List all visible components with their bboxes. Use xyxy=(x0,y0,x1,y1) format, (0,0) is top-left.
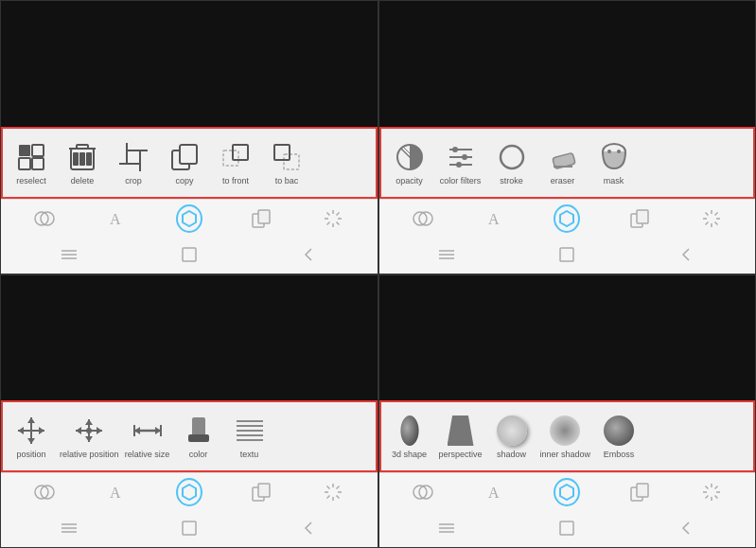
bottom-row2-br xyxy=(379,511,756,547)
tool-emboss[interactable]: Emboss xyxy=(594,410,643,463)
copy-icon xyxy=(167,140,202,174)
tool-color-filters[interactable]: color filters xyxy=(436,136,485,189)
svg-line-30 xyxy=(327,212,330,215)
square-icon-br[interactable] xyxy=(554,515,580,541)
svg-marker-73 xyxy=(27,417,35,423)
svg-rect-18 xyxy=(284,154,299,169)
svg-rect-58 xyxy=(637,210,648,223)
svg-rect-6 xyxy=(79,152,85,166)
text-icon-tl[interactable]: A xyxy=(103,205,130,232)
crop-label: crop xyxy=(125,176,142,186)
back-icon-tl[interactable] xyxy=(296,241,323,268)
tool-perspective[interactable]: perspective xyxy=(436,410,485,463)
blend-icon-bl[interactable] xyxy=(31,479,58,505)
tool-relative-position[interactable]: relative position xyxy=(58,410,121,463)
list-icon-br[interactable] xyxy=(433,515,460,541)
tool-eraser[interactable]: eraser xyxy=(538,136,588,189)
texture-label: textu xyxy=(240,450,259,459)
hex-icon-bl[interactable] xyxy=(176,479,202,505)
copy2-icon-tr[interactable] xyxy=(626,205,653,232)
preview-area-tl xyxy=(1,1,378,127)
svg-text:A: A xyxy=(488,485,500,501)
magic-icon-br[interactable] xyxy=(698,479,725,505)
hex-icon-tr[interactable] xyxy=(554,205,580,232)
svg-marker-74 xyxy=(27,438,35,444)
toolbar-bl: position relative position relative size… xyxy=(1,400,378,472)
bottom-row2-bl xyxy=(1,511,378,547)
svg-line-63 xyxy=(705,212,708,215)
tool-stroke[interactable]: stroke xyxy=(487,136,536,189)
list-icon-tl[interactable] xyxy=(56,241,82,268)
tool-texture[interactable]: textu xyxy=(225,410,274,463)
quadrant-bottom-right: 3d shape perspective shadow inner shadow xyxy=(378,274,757,549)
svg-rect-1 xyxy=(32,145,44,156)
delete-icon xyxy=(65,140,99,174)
back-icon-br[interactable] xyxy=(674,515,700,541)
svg-marker-117 xyxy=(560,485,573,500)
3d-shape-icon xyxy=(393,414,427,448)
magic-icon-tr[interactable] xyxy=(698,205,725,232)
square-icon-tr[interactable] xyxy=(554,241,580,268)
tool-shadow[interactable]: shadow xyxy=(487,410,536,463)
tool-mask[interactable]: mask xyxy=(589,136,639,189)
tool-delete[interactable]: delete xyxy=(58,136,107,189)
toolbar-tr: opacity color filters stroke eraser xyxy=(379,127,756,199)
text-icon-bl[interactable]: A xyxy=(103,479,130,505)
bottom-bar-tr: A xyxy=(379,199,756,238)
svg-line-109 xyxy=(327,496,330,499)
color-label: color xyxy=(189,450,208,459)
toolbar-tl: reselect delete crop copy xyxy=(1,127,378,199)
tool-opacity[interactable]: opacity xyxy=(385,136,434,189)
text-icon-tr[interactable]: A xyxy=(482,205,508,232)
bottom-bar-br: A xyxy=(379,472,756,511)
hex-icon-br[interactable] xyxy=(554,479,580,505)
tool-relative-size[interactable]: relative size xyxy=(123,410,172,463)
preview-area-br xyxy=(379,275,756,401)
relative-position-icon xyxy=(72,414,106,448)
tool-reselect[interactable]: reselect xyxy=(7,136,56,189)
text-icon-br[interactable]: A xyxy=(482,479,508,505)
tool-to-back[interactable]: to bac xyxy=(262,136,311,189)
copy2-icon-bl[interactable] xyxy=(248,479,274,505)
blend-icon-tl[interactable] xyxy=(31,205,58,232)
blend-icon-tr[interactable] xyxy=(410,205,436,232)
copy2-icon-tl[interactable] xyxy=(248,205,274,232)
blend-icon-br[interactable] xyxy=(410,479,436,505)
back-icon-bl[interactable] xyxy=(296,515,323,541)
svg-rect-19 xyxy=(274,145,290,160)
tool-to-front[interactable]: to front xyxy=(211,136,260,189)
svg-point-52 xyxy=(617,150,621,153)
shadow-label: shadow xyxy=(497,450,526,459)
svg-marker-99 xyxy=(183,485,196,500)
quadrant-top-right: opacity color filters stroke eraser xyxy=(378,0,757,274)
eraser-label: eraser xyxy=(551,176,575,186)
magic-icon-bl[interactable] xyxy=(320,479,346,505)
position-label: position xyxy=(16,450,45,459)
tool-position[interactable]: position xyxy=(7,410,56,463)
quadrant-top-left: reselect delete crop copy xyxy=(0,0,378,274)
copy-label: copy xyxy=(175,176,193,186)
perspective-icon xyxy=(444,414,478,448)
list-icon-bl[interactable] xyxy=(56,515,82,541)
back-icon-tr[interactable] xyxy=(674,241,700,268)
svg-line-124 xyxy=(705,486,708,489)
tool-copy[interactable]: copy xyxy=(160,136,209,189)
texture-icon xyxy=(233,414,267,448)
delete-label: delete xyxy=(71,176,95,186)
svg-rect-90 xyxy=(188,434,209,442)
svg-rect-101 xyxy=(258,484,270,497)
crop-icon xyxy=(116,140,150,174)
copy2-icon-br[interactable] xyxy=(626,479,653,505)
tool-3d-shape[interactable]: 3d shape xyxy=(385,410,434,463)
tool-inner-shadow[interactable]: inner shadow xyxy=(538,410,593,463)
hex-icon-tl[interactable] xyxy=(176,205,202,232)
square-icon-bl[interactable] xyxy=(176,515,202,541)
svg-rect-16 xyxy=(223,150,238,166)
list-icon-tr[interactable] xyxy=(433,241,460,268)
square-icon-tl[interactable] xyxy=(176,241,202,268)
magic-icon-tl[interactable] xyxy=(320,205,346,232)
tool-color[interactable]: color xyxy=(174,410,223,463)
reselect-icon xyxy=(14,140,48,174)
tool-crop[interactable]: crop xyxy=(109,136,158,189)
svg-line-31 xyxy=(337,221,340,224)
